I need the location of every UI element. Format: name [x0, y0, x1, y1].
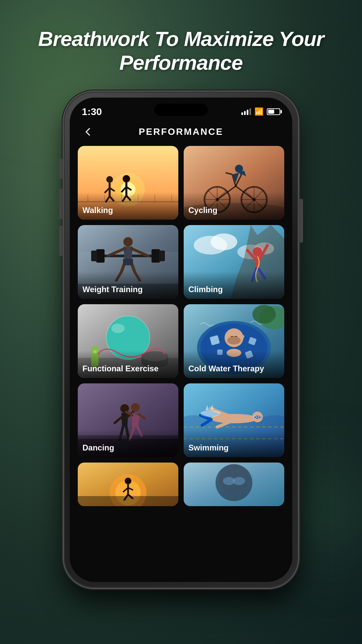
dynamic-island — [154, 104, 208, 116]
volume-up-button — [59, 189, 62, 219]
svg-point-95 — [252, 305, 276, 324]
svg-point-73 — [111, 324, 125, 333]
status-icons: 📶 — [241, 107, 280, 116]
card-swimming[interactable]: Swimming — [184, 383, 284, 457]
power-button — [300, 199, 303, 243]
card-weight-training-label: Weight Training — [78, 271, 178, 299]
svg-point-11 — [106, 176, 113, 183]
svg-point-122 — [200, 410, 221, 417]
svg-point-137 — [233, 477, 245, 485]
svg-rect-48 — [152, 249, 160, 263]
phone-content: 1:30 📶 — [70, 98, 292, 582]
silent-button — [59, 159, 62, 179]
svg-rect-75 — [93, 346, 97, 350]
card-walking-label: Walking — [78, 192, 178, 220]
svg-rect-47 — [91, 251, 97, 261]
headline: Breathwork To Maximize Your Performance — [0, 27, 362, 75]
phone-screen: 1:30 📶 — [70, 98, 292, 582]
card-functional-exercise[interactable]: Functional Exercise — [78, 304, 178, 378]
card-cycling-label: Cycling — [184, 192, 284, 220]
volume-down-button — [59, 226, 62, 256]
battery-fill — [268, 110, 274, 114]
card-cycling[interactable]: Cycling — [184, 146, 284, 220]
card-dancing[interactable]: Dancing — [78, 383, 178, 457]
phone-mockup: 1:30 📶 — [64, 92, 298, 588]
card-walking[interactable]: Walking — [78, 146, 178, 220]
signal-icon — [241, 108, 251, 115]
card-dancing-label: Dancing — [78, 430, 178, 457]
nav-title: PERFORMANCE — [139, 126, 223, 137]
card-functional-exercise-label: Functional Exercise — [78, 351, 178, 378]
card-running[interactable] — [78, 463, 178, 506]
card-yoga[interactable] — [184, 463, 284, 506]
card-climbing-label: Climbing — [184, 271, 284, 299]
cards-grid: Walking — [78, 146, 284, 506]
top-nav: PERFORMANCE — [70, 121, 292, 143]
svg-point-17 — [123, 175, 130, 182]
card-climbing[interactable]: Climbing — [184, 225, 284, 299]
back-button[interactable] — [80, 123, 97, 140]
svg-point-50 — [123, 237, 133, 247]
scroll-content[interactable]: Walking — [70, 143, 292, 582]
card-cold-water-therapy-label: Cold Water Therapy — [184, 351, 284, 378]
svg-rect-49 — [159, 251, 165, 261]
svg-point-61 — [210, 233, 237, 250]
battery-icon — [267, 108, 280, 115]
svg-point-90 — [227, 336, 241, 344]
card-weight-training[interactable]: Weight Training — [78, 225, 178, 299]
svg-point-127 — [125, 478, 131, 484]
svg-rect-46 — [96, 249, 105, 263]
svg-rect-126 — [78, 496, 178, 506]
wifi-icon: 📶 — [254, 107, 263, 116]
status-time: 1:30 — [82, 106, 102, 117]
card-cold-water-therapy[interactable]: Cold Water Therapy — [184, 304, 284, 378]
svg-rect-57 — [123, 259, 133, 265]
svg-point-104 — [131, 403, 140, 412]
card-swimming-label: Swimming — [184, 430, 284, 457]
